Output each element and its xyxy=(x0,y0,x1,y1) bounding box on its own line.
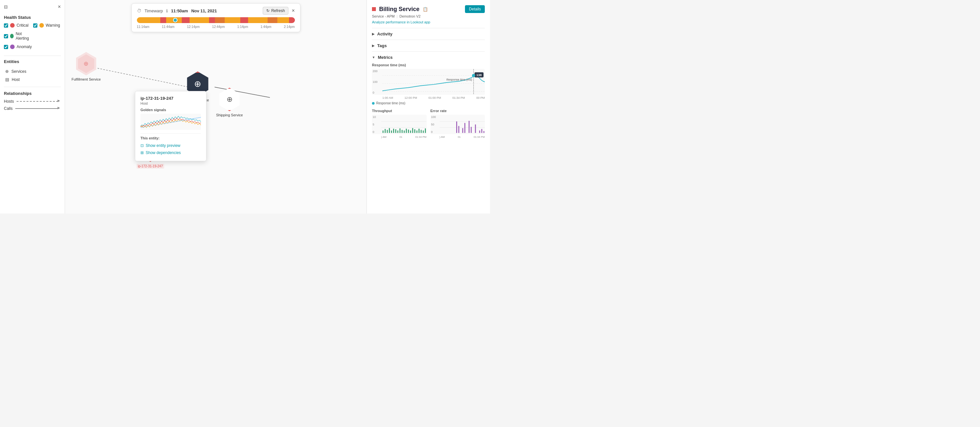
two-col-charts: Throughput 10 5 0 xyxy=(372,109,485,140)
timewarp-top: ⏱ Timewarp ℹ 11:50am Nov 11, 2021 ↻ Refr… xyxy=(137,7,295,14)
activity-label: Activity xyxy=(377,32,393,37)
timewarp-time: 11:50am xyxy=(171,8,188,13)
svg-rect-16 xyxy=(387,130,388,133)
svg-rect-14 xyxy=(383,131,384,133)
response-time-chart: 200 100 0 138 xyxy=(372,69,485,95)
svg-rect-31 xyxy=(418,129,420,133)
filter-icon: ⊟ xyxy=(4,4,8,10)
time-label-0: 11:14am xyxy=(137,25,150,29)
hosts-line xyxy=(17,101,58,102)
error-x-labels: ) AM 01 01:34 PM xyxy=(431,135,485,138)
tooltip-divider xyxy=(140,133,201,133)
activity-header[interactable]: ▶ Activity xyxy=(372,28,485,40)
svg-rect-30 xyxy=(417,131,417,133)
error-rate-section: Error rate 100 50 0 xyxy=(431,109,485,140)
seg-red-1 xyxy=(160,17,166,23)
x-12pm: 12:00 PM xyxy=(404,96,417,100)
svg-text:138: 138 xyxy=(476,73,482,77)
er-y-50: 50 xyxy=(431,123,440,126)
calls-relationship: Calls xyxy=(4,106,61,111)
rp-meta: Service - APM | Demotron V2 xyxy=(372,14,485,18)
seg-yellow-3 xyxy=(189,17,209,23)
copy-icon[interactable]: 📋 xyxy=(423,7,428,12)
time-label-1: 11:44am xyxy=(162,25,175,29)
analyze-link[interactable]: Analyze performance in Lookout app xyxy=(372,20,485,24)
critical-checkbox[interactable] xyxy=(4,24,8,28)
not-alerting-dot xyxy=(10,34,14,38)
y-0: 0 xyxy=(372,91,381,94)
time-label-3: 12:44pm xyxy=(212,25,225,29)
time-label-4: 1:14pm xyxy=(237,25,248,29)
svg-rect-38 xyxy=(458,126,459,133)
tags-header[interactable]: ▶ Tags xyxy=(372,40,485,51)
services-label: Services xyxy=(11,69,26,74)
fulfillment-hex-inner: ⊕ xyxy=(77,54,95,73)
seg-yellow-1 xyxy=(137,17,160,23)
svg-rect-24 xyxy=(404,131,405,133)
response-x-labels: 1:00 AM 12:00 PM 01:00 PM 01:34 PM 00 PM xyxy=(372,96,485,100)
svg-rect-41 xyxy=(469,121,469,133)
svg-point-10 xyxy=(472,74,476,77)
tooltip-popup: ip-172-31-19-247 Host Golden signals Thi… xyxy=(135,91,207,161)
throughput-section: Throughput 10 5 0 xyxy=(372,109,426,140)
response-legend-label: Response time (ms) xyxy=(376,102,405,105)
dependencies-icon: ⊞ xyxy=(140,151,144,155)
rp-service-title: Billing Service xyxy=(379,6,420,13)
host-entity[interactable]: ▤ Host xyxy=(4,75,61,84)
status-indicator xyxy=(372,7,376,11)
fulfillment-hex-bg: ⊕ xyxy=(75,52,98,75)
x-end: 00 PM xyxy=(476,96,485,100)
time-label-6: 2:14pm xyxy=(284,25,294,29)
anomaly-filter[interactable]: Anomaly xyxy=(4,44,61,49)
svg-rect-46 xyxy=(483,131,484,133)
seg-red-5 xyxy=(289,17,295,23)
golden-signals-label: Golden signals xyxy=(140,108,201,112)
y-100: 100 xyxy=(372,80,381,84)
er-y-0: 0 xyxy=(431,130,440,133)
services-icon: ⊕ xyxy=(5,69,9,74)
relationships-title: Relationships xyxy=(4,91,61,96)
host-icon: ▤ xyxy=(5,77,9,82)
time-label-2: 12:14pm xyxy=(187,25,200,29)
timewarp-close-button[interactable]: × xyxy=(292,8,294,14)
svg-rect-40 xyxy=(464,123,465,133)
warning-checkbox[interactable] xyxy=(33,24,37,28)
hosts-relationship: Hosts xyxy=(4,99,61,104)
x-134pm: 01:34 PM xyxy=(452,96,465,100)
not-alerting-filter[interactable]: Not Alerting xyxy=(4,32,32,41)
not-alerting-checkbox[interactable] xyxy=(4,34,8,38)
metrics-accordion: ▼ Metrics Response time (ms) 200 100 0 xyxy=(372,51,485,144)
tags-label: Tags xyxy=(377,43,387,48)
show-entity-preview-link[interactable]: ⊡ Show entity preview xyxy=(140,142,201,149)
timeline-track[interactable] xyxy=(137,17,295,23)
tp-x-am: ) AM xyxy=(381,135,386,138)
svg-rect-34 xyxy=(425,129,426,133)
seg-red-3 xyxy=(209,17,215,23)
shipping-label: Shipping Service xyxy=(216,113,243,117)
close-panel-button[interactable]: × xyxy=(58,4,61,10)
metrics-chevron: ▼ xyxy=(372,56,375,59)
response-time-title: Response time (ms) xyxy=(372,63,485,67)
anomaly-checkbox[interactable] xyxy=(4,45,8,49)
throughput-y-labels: 10 5 0 xyxy=(372,115,382,134)
warning-filter[interactable]: Warning xyxy=(33,23,61,28)
details-button[interactable]: Details xyxy=(465,5,485,13)
svg-rect-28 xyxy=(412,128,413,133)
svg-rect-25 xyxy=(406,129,407,133)
entities-title: Entities xyxy=(4,59,61,64)
svg-rect-27 xyxy=(410,131,411,133)
services-entity[interactable]: ⊕ Services xyxy=(4,67,61,75)
critical-filter[interactable]: Critical xyxy=(4,23,32,28)
timeline-thumb[interactable] xyxy=(173,18,178,22)
response-legend-dot xyxy=(372,102,375,105)
fulfillment-service-node[interactable]: ⊕ Fulfillment Service xyxy=(72,52,101,81)
svg-rect-29 xyxy=(414,129,415,133)
x-1pm: 01:00 PM xyxy=(428,96,441,100)
calls-line xyxy=(15,108,58,109)
svg-rect-45 xyxy=(481,129,482,133)
show-dependencies-link[interactable]: ⊞ Show dependencies xyxy=(140,149,201,156)
svg-rect-21 xyxy=(397,131,398,133)
shipping-service-node[interactable]: ⊕ Shipping Service xyxy=(216,88,243,117)
refresh-button[interactable]: ↻ Refresh xyxy=(263,7,288,14)
metrics-header[interactable]: ▼ Metrics xyxy=(372,52,485,63)
